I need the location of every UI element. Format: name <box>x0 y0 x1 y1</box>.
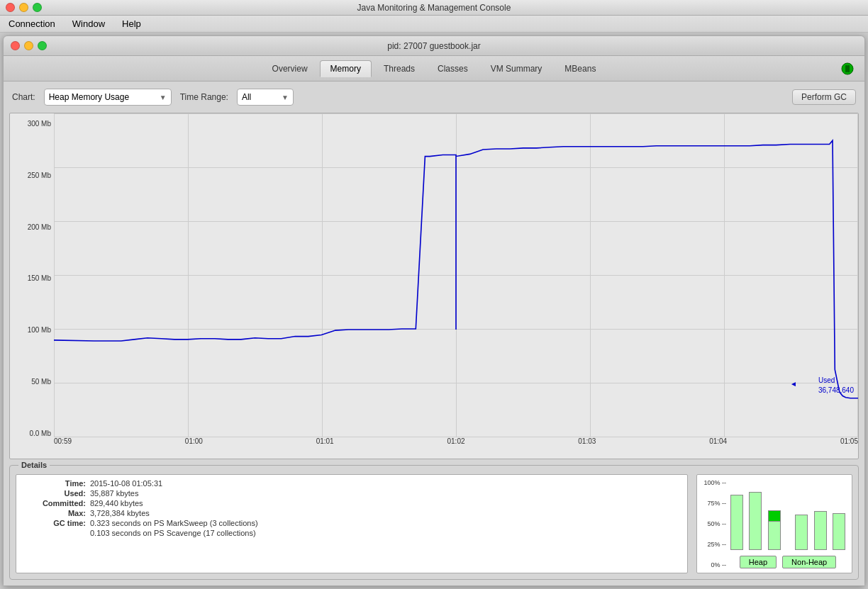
memory-bar-chart: 100% -- 75% -- 50% -- 25% -- 0% -- <box>696 474 852 573</box>
svg-rect-2 <box>847 65 850 72</box>
gc-time-row-1: GC time: 0.323 seconds on PS MarkSweep (… <box>22 519 681 527</box>
connection-icon <box>840 62 855 76</box>
bar-y-0: 0% -- <box>701 561 726 568</box>
committed-val: 829,440 kbytes <box>90 499 143 507</box>
perform-gc-button[interactable]: Perform GC <box>792 89 856 105</box>
os-traffic-lights <box>6 3 42 12</box>
bar-y-50: 50% -- <box>701 520 726 527</box>
window-title-bar: pid: 27007 guestbook.jar <box>4 36 864 56</box>
time-range-arrow: ▼ <box>282 94 289 101</box>
time-range-label: Time Range: <box>180 92 228 102</box>
window-close-button[interactable] <box>11 41 20 50</box>
bar-chart-legend: Heap Non-Heap <box>728 556 847 568</box>
time-range-select[interactable]: All ▼ <box>237 89 294 106</box>
bar-chart-y-labels: 100% -- 75% -- 50% -- 25% -- 0% -- <box>701 479 728 568</box>
details-table: Time: 2015-10-08 01:05:31 Used: 35,887 k… <box>16 474 688 573</box>
max-key: Max: <box>22 509 86 517</box>
x-label-0102: 01:02 <box>447 437 464 457</box>
tab-memory[interactable]: Memory <box>320 60 372 77</box>
nonheap-bar-2 <box>814 511 827 550</box>
time-key: Time: <box>22 479 86 488</box>
close-button[interactable] <box>6 3 15 12</box>
used-pointer: ◄ <box>790 380 797 388</box>
window-maximize-button[interactable] <box>38 41 47 50</box>
y-axis: 300 Mb 250 Mb 200 Mb 150 Mb 100 Mb 50 Mb… <box>10 113 54 459</box>
y-label-50: 50 Mb <box>13 378 51 386</box>
window-minimize-button[interactable] <box>24 41 33 50</box>
used-key: Used: <box>22 489 86 498</box>
nonheap-bar-3 <box>833 513 845 550</box>
heap-bar-3-free <box>768 521 781 550</box>
details-section-label: Details <box>18 461 50 469</box>
used-text: Used <box>818 376 835 384</box>
menu-window[interactable]: Window <box>69 17 108 30</box>
y-label-0: 0.0 Mb <box>13 430 51 437</box>
committed-row: Committed: 829,440 kbytes <box>22 499 681 507</box>
x-axis: 00:59 01:00 01:01 01:02 01:03 01:04 01:0… <box>54 437 858 457</box>
time-val: 2015-10-08 01:05:31 <box>90 479 162 488</box>
bars-area: Heap Non-Heap <box>728 479 847 568</box>
minimize-button[interactable] <box>19 3 28 12</box>
max-row: Max: 3,728,384 kbytes <box>22 509 681 517</box>
os-title-bar: Java Monitoring & Management Console <box>0 0 868 16</box>
gc-time-row-2: 0.103 seconds on PS Scavenge (17 collect… <box>22 529 681 537</box>
main-window: pid: 27007 guestbook.jar Overview Memory… <box>3 35 865 586</box>
y-label-100: 100 Mb <box>13 327 51 334</box>
chart-select-arrow: ▼ <box>160 94 167 101</box>
svg-rect-1 <box>845 65 847 72</box>
bar-y-100: 100% -- <box>701 479 726 486</box>
max-val: 3,728,384 kbytes <box>90 509 150 517</box>
gc-time-key2 <box>22 529 86 537</box>
time-range-value: All <box>242 92 251 102</box>
tab-threads[interactable]: Threads <box>373 60 425 77</box>
tab-bar: Overview Memory Threads Classes VM Summa… <box>4 56 864 82</box>
x-label-0101: 01:01 <box>316 437 334 457</box>
used-label: Used 36,748,640 <box>818 376 854 396</box>
heap-bar-2 <box>749 492 762 550</box>
gc-time-val2: 0.103 seconds on PS Scavenge (17 collect… <box>90 529 256 537</box>
tab-overview[interactable]: Overview <box>262 60 318 77</box>
committed-key: Committed: <box>22 499 86 507</box>
os-title: Java Monitoring & Management Console <box>357 3 511 13</box>
y-label-300: 300 Mb <box>13 120 51 128</box>
gc-time-key: GC time: <box>22 519 86 527</box>
tab-classes[interactable]: Classes <box>427 60 479 77</box>
time-row: Time: 2015-10-08 01:05:31 <box>22 479 681 488</box>
heap-bar-3-used <box>768 510 781 521</box>
menu-bar: Connection Window Help <box>0 16 868 33</box>
heap-legend-button[interactable]: Heap <box>740 556 777 568</box>
chart-drawing-area: Used 36,748,640 ◄ 00:59 01:00 01:01 01:0… <box>54 113 858 459</box>
bars-container <box>728 479 847 553</box>
x-label-0100: 01:00 <box>185 437 203 457</box>
bar-y-75: 75% -- <box>701 500 726 507</box>
x-label-0059: 00:59 <box>54 437 72 457</box>
menu-help[interactable]: Help <box>119 17 144 30</box>
used-value: 36,748,640 <box>818 386 854 394</box>
chart-label: Chart: <box>12 92 35 102</box>
x-label-0104: 01:04 <box>709 437 727 457</box>
content-area: Chart: Heap Memory Usage ▼ Time Range: A… <box>4 82 864 585</box>
window-traffic-lights <box>11 41 47 50</box>
tab-mbeans[interactable]: MBeans <box>554 60 606 77</box>
details-panel: Details Time: 2015-10-08 01:05:31 Used: … <box>9 465 859 580</box>
window-title: pid: 27007 guestbook.jar <box>387 41 480 51</box>
x-label-0103: 01:03 <box>578 437 596 457</box>
toolbar: Chart: Heap Memory Usage ▼ Time Range: A… <box>9 87 859 107</box>
bar-y-25: 25% -- <box>701 541 726 548</box>
menu-connection[interactable]: Connection <box>6 17 58 30</box>
y-label-150: 150 Mb <box>13 275 51 282</box>
chart-select-value: Heap Memory Usage <box>49 92 129 102</box>
heap-bar-3-wrapper <box>768 497 781 550</box>
chart-svg <box>54 113 858 437</box>
x-label-0105: 01:05 <box>840 437 858 457</box>
y-label-200: 200 Mb <box>13 224 51 231</box>
chart-select[interactable]: Heap Memory Usage ▼ <box>44 89 172 106</box>
tab-vm-summary[interactable]: VM Summary <box>480 60 553 77</box>
nonheap-bar-1 <box>795 515 808 550</box>
nonheap-legend-button[interactable]: Non-Heap <box>782 556 836 568</box>
used-val: 35,887 kbytes <box>90 489 139 498</box>
maximize-button[interactable] <box>33 3 42 12</box>
chart-panel: 300 Mb 250 Mb 200 Mb 150 Mb 100 Mb 50 Mb… <box>9 113 859 459</box>
used-row: Used: 35,887 kbytes <box>22 489 681 498</box>
y-label-250: 250 Mb <box>13 172 51 179</box>
